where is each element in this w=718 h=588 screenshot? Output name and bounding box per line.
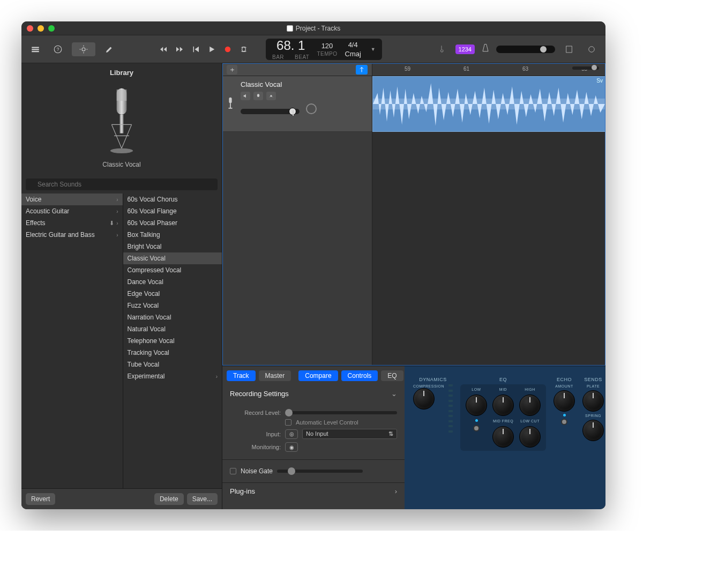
send-plate-knob[interactable] xyxy=(582,390,604,412)
notepad-button[interactable] xyxy=(560,42,578,56)
eq-lowcut-knob[interactable] xyxy=(519,426,541,448)
lcd-display[interactable]: 68. 1 BAR BEAT 120 TEMPO 4/4 Cmaj ▼ xyxy=(266,39,382,60)
track-pan-knob[interactable] xyxy=(306,103,317,114)
titlebar: Project - Tracks xyxy=(21,21,605,35)
category-item[interactable]: Electric Guitar and Bass› xyxy=(21,229,123,241)
preset-item[interactable]: Edge Vocal xyxy=(123,288,222,300)
revert-button[interactable]: Revert xyxy=(26,493,55,505)
category-item[interactable]: Voice› xyxy=(21,193,123,205)
horizontal-zoom-slider[interactable] xyxy=(572,66,599,70)
search-sounds-field[interactable] xyxy=(26,178,218,190)
category-item[interactable]: Acoustic Guitar› xyxy=(21,205,123,217)
loops-button[interactable] xyxy=(583,42,600,56)
preset-item[interactable]: Box Talking xyxy=(123,229,222,241)
metronome-button[interactable] xyxy=(480,43,491,56)
chevron-right-icon: › xyxy=(216,374,218,379)
audio-region[interactable]: Sv xyxy=(372,76,605,132)
tab-compare[interactable]: Compare xyxy=(298,370,338,381)
close-window[interactable] xyxy=(27,25,33,32)
help-button[interactable]: ? xyxy=(49,42,66,56)
save-button[interactable]: Save... xyxy=(187,493,218,505)
tab-controls[interactable]: Controls xyxy=(341,370,378,381)
cycle-button[interactable] xyxy=(236,42,252,56)
zoom-window[interactable] xyxy=(48,25,55,32)
preset-item[interactable]: Tube Vocal xyxy=(123,359,222,370)
noise-gate-slider[interactable] xyxy=(277,470,363,473)
library-toggle-button[interactable] xyxy=(27,42,44,56)
preset-item[interactable]: Compressed Vocal xyxy=(123,264,222,276)
window-title: Project - Tracks xyxy=(21,25,605,32)
record-level-slider[interactable] xyxy=(285,411,397,414)
svg-rect-12 xyxy=(230,103,231,108)
forward-button[interactable] xyxy=(171,42,188,56)
led-icon xyxy=(563,414,566,416)
record-button[interactable] xyxy=(220,42,236,56)
track-header[interactable]: Classic Vocal xyxy=(222,76,372,132)
plugins-header[interactable]: Plug-ins › xyxy=(222,483,405,500)
preset-item[interactable]: Bright Vocal xyxy=(123,241,222,252)
input-monitor-button[interactable] xyxy=(266,92,276,100)
download-icon: ⬇ xyxy=(109,220,114,227)
eq-low-knob[interactable] xyxy=(466,395,487,416)
noise-gate-checkbox[interactable] xyxy=(230,468,236,474)
preset-item[interactable]: Classic Vocal xyxy=(123,252,222,264)
eq-midfreq-knob[interactable] xyxy=(492,426,514,448)
eq-mid-knob[interactable] xyxy=(492,395,514,416)
auto-level-checkbox[interactable] xyxy=(285,419,291,426)
echo-amount-knob[interactable] xyxy=(554,390,575,412)
chevron-down-icon: ⌄ xyxy=(391,390,397,398)
view-mode-button[interactable] xyxy=(72,42,95,56)
category-item[interactable]: Effects⬇› xyxy=(21,217,123,229)
preset-item[interactable]: 60s Vocal Phaser xyxy=(123,217,222,229)
lcd-tempo[interactable]: 120 xyxy=(321,42,333,50)
svg-rect-13 xyxy=(229,108,233,109)
track-name: Classic Vocal xyxy=(241,80,368,88)
mute-button[interactable] xyxy=(241,92,250,100)
chevron-right-icon: › xyxy=(116,220,118,226)
send-spring-knob[interactable] xyxy=(582,420,604,441)
jack-icon xyxy=(473,425,480,431)
preset-item[interactable]: 60s Vocal Flange xyxy=(123,205,222,217)
mic-track-icon xyxy=(227,80,236,127)
tab-track[interactable]: Track xyxy=(227,370,256,381)
chevron-down-icon[interactable]: ▼ xyxy=(371,47,376,52)
lcd-timesig[interactable]: 4/4 xyxy=(348,41,358,49)
preset-item[interactable]: Tracking Vocal xyxy=(123,347,222,359)
category-column: Voice›Acoustic Guitar›Effects⬇›Electric … xyxy=(21,193,123,488)
input-select[interactable]: No Input⇅ xyxy=(302,429,397,439)
rewind-button[interactable] xyxy=(155,42,171,56)
arrange-area[interactable]: 59 61 63 65 Sv xyxy=(372,63,605,366)
preset-item[interactable]: Fuzz Vocal xyxy=(123,300,222,311)
led-icon xyxy=(475,419,478,422)
tab-eq[interactable]: EQ xyxy=(381,370,403,381)
minimize-window[interactable] xyxy=(38,25,44,32)
input-format-button[interactable]: ◎ xyxy=(285,429,298,439)
preset-item[interactable]: Natural Vocal xyxy=(123,323,222,335)
lcd-key[interactable]: Cmaj xyxy=(345,50,361,58)
add-track-button[interactable]: ＋ xyxy=(227,65,237,75)
tuner-button[interactable] xyxy=(433,42,450,56)
catch-playhead-button[interactable] xyxy=(356,65,368,75)
track-volume-slider[interactable] xyxy=(241,109,300,114)
master-volume-slider[interactable] xyxy=(496,46,555,53)
count-in-button[interactable]: 1234 xyxy=(455,44,475,54)
delete-button[interactable]: Delete xyxy=(154,493,184,505)
go-to-start-button[interactable] xyxy=(188,42,204,56)
compression-knob[interactable] xyxy=(413,388,435,410)
preset-item[interactable]: Narration Vocal xyxy=(123,311,222,323)
preset-item[interactable]: Telephone Vocal xyxy=(123,335,222,347)
edit-tool-button[interactable] xyxy=(101,42,118,56)
eq-high-knob[interactable] xyxy=(519,395,541,416)
preset-item[interactable]: Dance Vocal xyxy=(123,276,222,288)
recording-settings-header[interactable]: Recording Settings ⌄ xyxy=(222,385,405,402)
region-name: Sv xyxy=(596,78,603,84)
preset-item[interactable]: Experimental› xyxy=(123,370,222,382)
preset-column: 60s Vocal Chorus60s Vocal Flange60s Voca… xyxy=(123,193,222,488)
preset-item[interactable]: 60s Vocal Chorus xyxy=(123,193,222,205)
timeline-ruler[interactable]: 59 61 63 65 xyxy=(372,63,605,76)
solo-button[interactable] xyxy=(253,92,263,100)
monitoring-button[interactable]: ◉ xyxy=(285,442,298,452)
tab-master[interactable]: Master xyxy=(259,370,291,381)
play-button[interactable] xyxy=(204,42,220,56)
dynamics-meter xyxy=(448,384,453,433)
